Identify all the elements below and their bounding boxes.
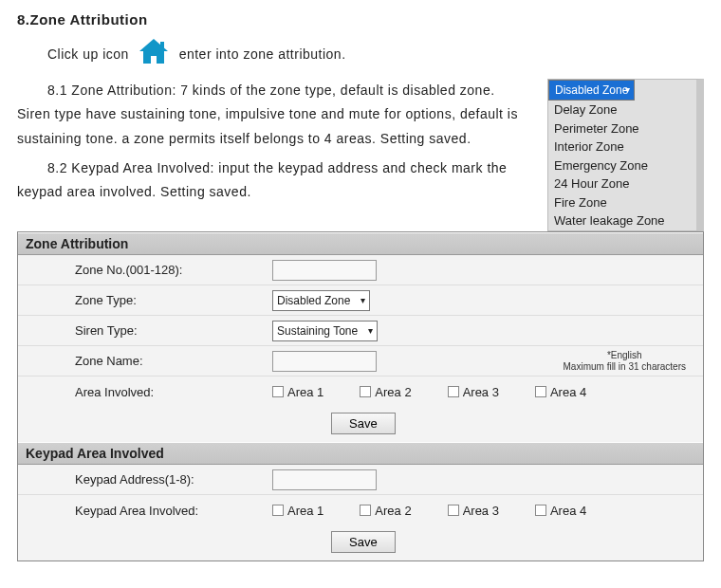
- zone-no-label: Zone No.(001-128):: [18, 259, 265, 281]
- svg-rect-1: [160, 42, 164, 48]
- area2-checkbox[interactable]: [360, 386, 371, 397]
- zone-type-option[interactable]: Emergency Zone: [548, 156, 696, 175]
- keypad-address-label: Keypad Address(1-8):: [18, 469, 265, 490]
- area1-label: Area 1: [287, 385, 324, 399]
- zone-type-listbox[interactable]: Disabled Zone Delay Zone Perimeter Zone …: [547, 79, 704, 231]
- keypad-area-row: Keypad Area Involved: Area 1 Area 2 Area…: [18, 495, 703, 525]
- zone-type-label: Zone Type:: [18, 289, 265, 311]
- zone-type-option[interactable]: Water leakage Zone: [548, 211, 696, 230]
- home-icon: [137, 37, 171, 73]
- zone-type-option[interactable]: Perimeter Zone: [548, 119, 696, 138]
- area-involved-row: Area Involved: Area 1 Area 2 Area 3 Area…: [18, 377, 703, 407]
- zone-no-input[interactable]: [272, 260, 377, 281]
- zone-name-row: Zone Name: *English Maximum fill in 31 c…: [18, 346, 703, 377]
- area4-label: Area 4: [550, 385, 586, 399]
- intro-before: Click up icon: [47, 46, 129, 62]
- kp-area4-checkbox[interactable]: [535, 505, 546, 516]
- zone-type-option[interactable]: Delay Zone: [548, 101, 696, 119]
- kp-area2-checkbox[interactable]: [360, 505, 371, 516]
- kp-area4-label: Area 4: [550, 504, 586, 518]
- keypad-save-row: Save: [18, 525, 703, 560]
- zone-name-hint: *English Maximum fill in 31 characters: [564, 350, 686, 373]
- kp-area1-label: Area 1: [287, 504, 324, 518]
- zone-no-row: Zone No.(001-128):: [18, 255, 703, 285]
- zone-type-option[interactable]: Disabled Zone: [548, 80, 635, 101]
- area3-label: Area 3: [463, 385, 499, 399]
- zone-name-label: Zone Name:: [18, 350, 265, 372]
- kp-area3-checkbox[interactable]: [448, 505, 459, 516]
- keypad-save-button[interactable]: Save: [331, 531, 396, 553]
- kp-area2-label: Area 2: [375, 504, 411, 518]
- settings-panel: Zone Attribution Zone No.(001-128): Zone…: [17, 231, 704, 561]
- zone-save-button[interactable]: Save: [331, 413, 396, 434]
- zone-save-row: Save: [18, 407, 703, 442]
- zone-name-input[interactable]: [272, 351, 377, 372]
- zone-type-select[interactable]: Disabled Zone: [272, 290, 370, 311]
- zone-attribution-header: Zone Attribution: [18, 232, 703, 255]
- kp-area3-label: Area 3: [463, 504, 499, 518]
- zone-type-option[interactable]: Fire Zone: [548, 193, 696, 212]
- keypad-address-row: Keypad Address(1-8):: [18, 465, 703, 495]
- zone-type-option[interactable]: Interior Zone: [548, 138, 696, 156]
- siren-type-select[interactable]: Sustaining Tone: [272, 321, 378, 341]
- area3-checkbox[interactable]: [448, 386, 459, 397]
- keypad-address-input[interactable]: [272, 469, 377, 490]
- area-involved-label: Area Involved:: [18, 381, 265, 403]
- keypad-area-header: Keypad Area Involved: [18, 442, 703, 465]
- siren-type-row: Siren Type: Sustaining Tone: [18, 316, 703, 346]
- area1-checkbox[interactable]: [272, 386, 284, 397]
- zone-type-option[interactable]: 24 Hour Zone: [548, 175, 696, 193]
- section-heading: 8.Zone Attribution: [17, 11, 704, 28]
- siren-type-label: Siren Type:: [18, 320, 265, 341]
- zone-type-row: Zone Type: Disabled Zone: [18, 285, 703, 316]
- keypad-area-label: Keypad Area Involved:: [18, 500, 265, 522]
- area4-checkbox[interactable]: [535, 386, 546, 397]
- area2-label: Area 2: [375, 385, 411, 399]
- kp-area1-checkbox[interactable]: [272, 505, 284, 516]
- intro-after: enter into zone attribution.: [179, 46, 346, 62]
- intro-line: Click up icon enter into zone attributio…: [17, 37, 704, 73]
